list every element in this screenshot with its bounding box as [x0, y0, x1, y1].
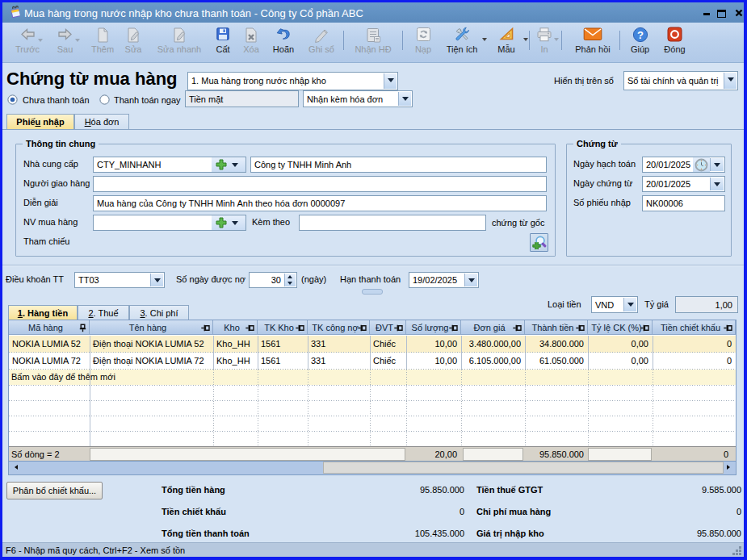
svg-text:?: ?: [637, 29, 644, 41]
